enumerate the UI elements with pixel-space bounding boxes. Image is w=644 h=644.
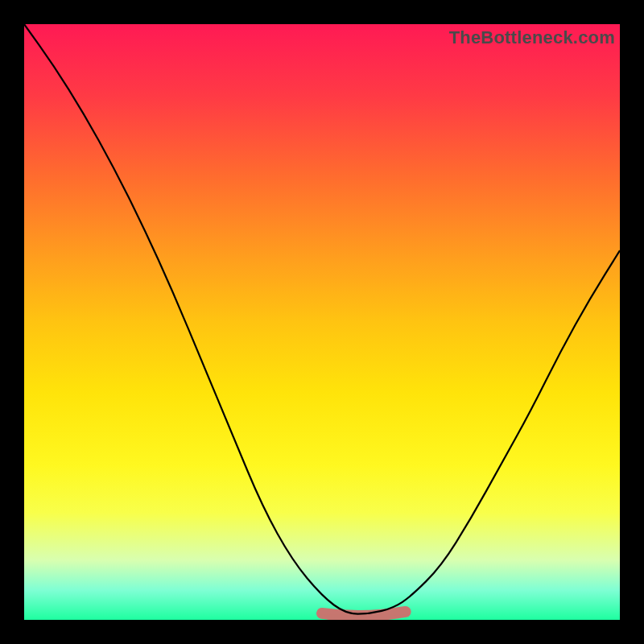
chart-frame: TheBottleneck.com bbox=[0, 0, 644, 644]
bottleneck-curve bbox=[24, 24, 620, 614]
chart-svg bbox=[24, 24, 620, 620]
plot-area: TheBottleneck.com bbox=[24, 24, 620, 620]
